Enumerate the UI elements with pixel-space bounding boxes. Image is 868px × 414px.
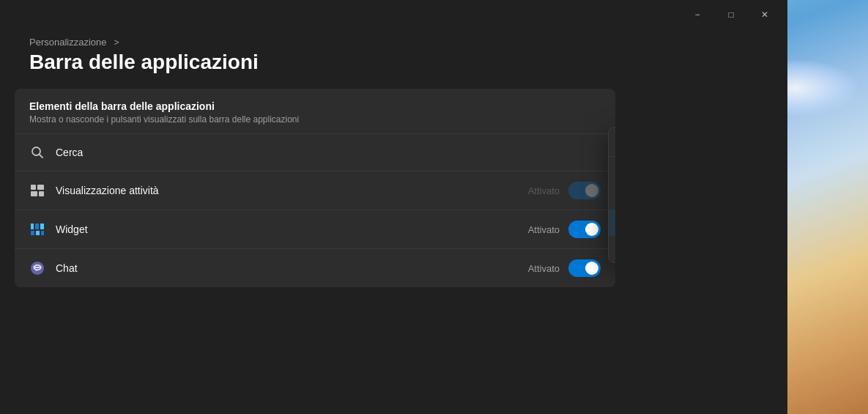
svg-rect-10 <box>36 231 40 235</box>
minimize-button[interactable]: − <box>680 3 714 26</box>
close-button[interactable]: ✕ <box>748 3 782 26</box>
widget-status: Attivato <box>528 224 560 235</box>
chat-row: Chat Attivato <box>15 249 615 287</box>
dropdown-header[interactable]: Nascondi ∧ <box>609 127 615 157</box>
svg-rect-6 <box>31 223 34 229</box>
svg-rect-9 <box>31 231 34 235</box>
cerca-row: Cerca Nascondi ∧ Nascondi Solo icona di … <box>15 134 615 171</box>
breadcrumb: Personalizzazione > <box>29 37 758 48</box>
svg-rect-5 <box>39 191 44 196</box>
svg-rect-8 <box>40 223 44 229</box>
taskview-icon <box>29 182 45 199</box>
svg-point-15 <box>35 267 37 268</box>
section-header: Elementi della barra delle applicazioni … <box>15 89 615 134</box>
visualizzazione-toggle[interactable] <box>568 182 601 199</box>
chat-status: Attivato <box>528 263 560 274</box>
maximize-button[interactable]: □ <box>714 3 748 26</box>
svg-rect-7 <box>35 223 39 229</box>
breadcrumb-parent[interactable]: Personalizzazione <box>29 37 107 48</box>
cerca-dropdown: Nascondi ∧ Nascondi Solo icona di ricerc… <box>608 127 615 263</box>
dropdown-item-nascondi[interactable]: Nascondi <box>609 157 615 183</box>
svg-line-1 <box>40 155 43 158</box>
svg-rect-2 <box>31 185 36 190</box>
section-description: Mostra o nasconde i pulsanti visualizzat… <box>29 114 601 125</box>
search-icon <box>29 144 45 160</box>
widget-row: Widget Attivato <box>15 210 615 249</box>
widget-icon <box>29 221 45 237</box>
chat-toggle[interactable] <box>568 259 601 277</box>
chat-label: Chat <box>56 262 528 274</box>
svg-rect-3 <box>37 185 44 190</box>
page-title: Barra delle applicazioni <box>29 51 758 74</box>
header: Personalizzazione > Barra delle applicaz… <box>0 29 787 89</box>
visualizzazione-attivita-row: Visualizzazione attività Attivato <box>15 171 615 210</box>
visualizzazione-status: Attivato <box>528 185 560 196</box>
dropdown-item-solo-icona[interactable]: Solo icona di ricerca <box>609 183 615 210</box>
svg-point-17 <box>38 267 40 268</box>
section-title: Elementi della barra delle applicazioni <box>29 100 601 112</box>
content-area: Elementi della barra delle applicazioni … <box>0 89 787 287</box>
main-window: − □ ✕ Personalizzazione > Barra delle ap… <box>0 0 787 414</box>
dropdown-item-pulsante[interactable]: Pulsante Cerca <box>609 236 615 262</box>
breadcrumb-separator: > <box>114 37 119 48</box>
section-elementi: Elementi della barra delle applicazioni … <box>15 89 615 287</box>
widget-toggle[interactable] <box>568 221 601 238</box>
svg-rect-11 <box>41 231 44 235</box>
svg-rect-4 <box>31 191 37 196</box>
chat-icon <box>29 260 45 276</box>
cerca-label: Cerca <box>56 147 601 158</box>
title-bar: − □ ✕ <box>0 0 787 29</box>
dropdown-item-casella[interactable]: Casella di ricerca <box>609 210 615 236</box>
visualizzazione-label: Visualizzazione attività <box>56 185 528 196</box>
widget-label: Widget <box>56 223 528 235</box>
svg-point-16 <box>37 267 38 268</box>
